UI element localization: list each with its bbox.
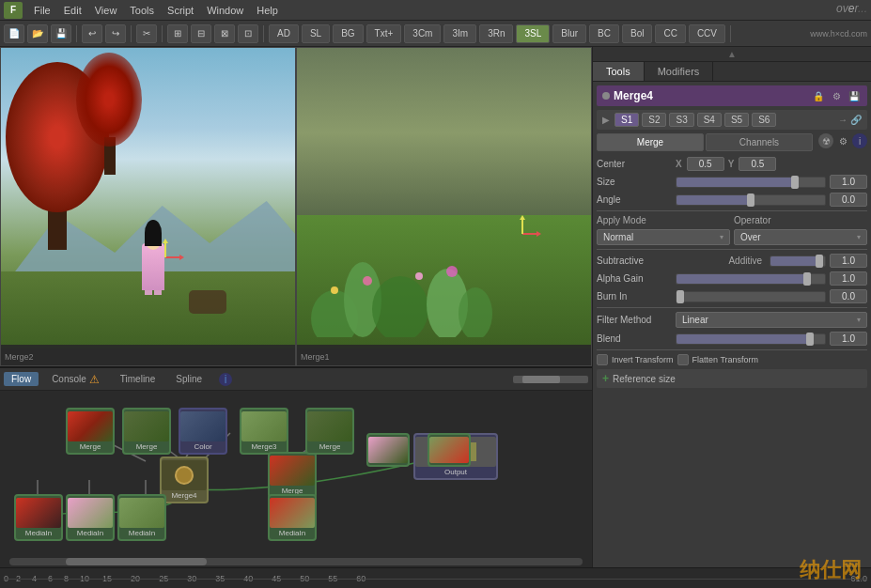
node-r1[interactable]: Merge <box>305 408 354 455</box>
additive-slider-handle[interactable] <box>816 255 823 268</box>
panel-scroll-up[interactable]: ▲ <box>727 49 737 59</box>
sec-icon-gear[interactable]: ⚙ <box>835 133 850 148</box>
node-3[interactable]: Color <box>179 408 227 455</box>
sec-tab-channels[interactable]: Channels <box>706 133 813 151</box>
alpha-gain-slider-handle[interactable] <box>803 272 811 286</box>
menu-help[interactable]: Help <box>251 3 284 18</box>
invert-transform-checkbox[interactable] <box>597 354 608 365</box>
node-center[interactable]: Merge4 <box>160 456 209 503</box>
additive-slider[interactable] <box>770 255 826 267</box>
node-b1[interactable]: MediaIn <box>14 494 63 541</box>
ng-tab-timeline[interactable]: Timeline <box>113 372 163 386</box>
operator-dropdown[interactable]: Over ▾ <box>734 229 867 245</box>
panel-scroll-arrows: ▲ <box>593 47 871 62</box>
size-slider-handle[interactable] <box>791 176 799 189</box>
tab-bc[interactable]: BC <box>589 24 619 43</box>
tb-cut[interactable]: ✂ <box>136 24 157 43</box>
sec-icon-info[interactable]: i <box>852 133 867 148</box>
apply-mode-label: Apply Mode <box>597 215 730 225</box>
nodegraph-hscrollbar[interactable] <box>9 558 583 565</box>
node-2[interactable]: Merge <box>122 408 171 455</box>
node-b2[interactable]: MediaIn <box>66 494 115 541</box>
panel-icon-settings[interactable]: ⚙ <box>829 88 844 103</box>
nodegraph-canvas[interactable]: Merge Merge Color <box>0 391 592 567</box>
tb-grid3[interactable]: ⊠ <box>214 24 235 43</box>
menu-view[interactable]: View <box>89 3 123 18</box>
additive-value[interactable]: 1.0 <box>830 254 867 268</box>
menu-tools[interactable]: Tools <box>124 3 160 18</box>
alpha-gain-value[interactable]: 1.0 <box>830 271 867 286</box>
flatten-transform-checkbox[interactable] <box>677 354 689 365</box>
tab-ccv[interactable]: CCV <box>689 24 725 43</box>
tab-3rn[interactable]: 3Rn <box>479 24 513 43</box>
tab-3sl[interactable]: 3SL <box>516 24 550 43</box>
panel-tab-modifiers[interactable]: Modifiers <box>645 62 714 81</box>
node-1[interactable]: Merge <box>66 408 115 455</box>
center-x-value[interactable]: 0.5 <box>687 157 724 171</box>
tb-open[interactable]: 📂 <box>27 24 48 43</box>
burn-in-slider[interactable] <box>676 291 826 302</box>
burn-in-slider-handle[interactable] <box>677 290 684 303</box>
tab-bol[interactable]: Bol <box>622 24 652 43</box>
timeline-track[interactable]: 0 2 4 6 8 10 15 20 25 30 35 40 45 50 55 … <box>4 568 867 588</box>
size-slider[interactable] <box>676 177 826 188</box>
angle-value[interactable]: 0.0 <box>830 193 867 207</box>
panel-tab-tools[interactable]: Tools <box>593 62 645 81</box>
node-4[interactable]: Merge3 <box>240 408 288 455</box>
node-mid1[interactable] <box>366 433 410 467</box>
tb-grid2[interactable]: ⊟ <box>191 24 211 43</box>
tb-new[interactable]: 📄 <box>4 24 24 43</box>
panel-icon-lock[interactable]: 🔒 <box>811 88 826 103</box>
tb-redo[interactable]: ↪ <box>105 24 126 43</box>
node-mid2[interactable] <box>428 433 471 467</box>
input-s2[interactable]: S2 <box>642 113 666 127</box>
tb-grid1[interactable]: ⊞ <box>167 24 188 43</box>
tab-ad[interactable]: AD <box>269 24 299 43</box>
viewport-left[interactable]: SubV ▾ 38% Fit 〜 ⟲ ⛶ A A B LUT ▾ RoI DoD <box>0 47 296 366</box>
tab-txt[interactable]: Txt+ <box>366 24 402 43</box>
tab-bg[interactable]: BG <box>333 24 363 43</box>
tab-sl[interactable]: SL <box>302 24 330 43</box>
tab-blur[interactable]: Blur <box>552 24 586 43</box>
viewport-right[interactable]: SubV ▾ 43% Fit 〜 ⟲ A A B ód' Snap LUT ▾ <box>296 47 592 366</box>
ng-tab-flow[interactable]: Flow <box>4 372 39 386</box>
input-s6[interactable]: S6 <box>752 113 776 127</box>
node-m1[interactable]: Merge <box>268 452 317 499</box>
sec-icon-radioactive[interactable]: ☢ <box>818 133 833 148</box>
size-value[interactable]: 1.0 <box>830 175 867 189</box>
apply-mode-dropdown[interactable]: Normal ▾ <box>597 229 730 245</box>
ng-tab-console[interactable]: Console ⚠ <box>44 371 107 388</box>
center-y-value[interactable]: 0.5 <box>739 157 776 171</box>
menu-file[interactable]: File <box>28 3 56 18</box>
burn-in-value[interactable]: 0.0 <box>830 289 867 303</box>
invert-transform-label: Invert Transform <box>612 355 674 364</box>
panel-icon-save[interactable]: 💾 <box>847 88 862 103</box>
node-b4[interactable]: MediaIn <box>268 494 317 541</box>
blend-value[interactable]: 1.0 <box>830 332 867 346</box>
menu-script[interactable]: Script <box>162 3 199 18</box>
node-b3[interactable]: MediaIn <box>117 494 166 541</box>
tab-3cm[interactable]: 3Cm <box>404 24 441 43</box>
ng-scrollbar[interactable] <box>513 376 588 383</box>
angle-slider[interactable] <box>676 194 826 206</box>
tab-cc[interactable]: CC <box>655 24 685 43</box>
input-s1[interactable]: S1 <box>614 113 639 127</box>
tb-save[interactable]: 💾 <box>51 24 71 43</box>
blend-slider[interactable] <box>676 333 826 345</box>
menu-window[interactable]: Window <box>201 3 249 18</box>
tb-grid4[interactable]: ⊡ <box>238 24 258 43</box>
ref-size-plus[interactable]: + <box>602 372 609 385</box>
input-s4[interactable]: S4 <box>697 113 722 127</box>
alpha-gain-slider[interactable] <box>676 273 826 285</box>
ng-tab-spline[interactable]: Spline <box>168 372 210 386</box>
tb-undo[interactable]: ↩ <box>82 24 102 43</box>
ng-info-icon[interactable]: i <box>219 373 232 386</box>
blend-slider-handle[interactable] <box>806 333 814 346</box>
menu-edit[interactable]: Edit <box>58 3 87 18</box>
input-s3[interactable]: S3 <box>669 113 693 127</box>
input-s5[interactable]: S5 <box>724 113 749 127</box>
angle-slider-handle[interactable] <box>747 193 754 207</box>
filter-method-dropdown[interactable]: Linear ▾ <box>676 312 867 328</box>
tab-3im[interactable]: 3Im <box>443 24 476 43</box>
sec-tab-merge[interactable]: Merge <box>597 133 704 151</box>
